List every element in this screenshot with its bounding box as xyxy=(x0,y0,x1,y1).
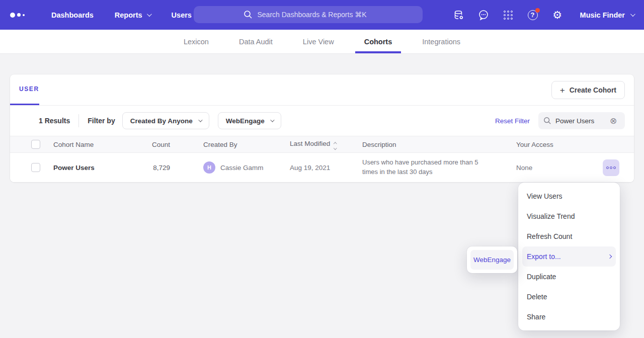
last-modified-label: Last Modified xyxy=(290,140,330,147)
chevron-right-icon xyxy=(608,255,612,259)
tab-data-audit[interactable]: Data Audit xyxy=(230,30,282,53)
search-icon xyxy=(244,10,253,19)
search-icon xyxy=(543,117,551,125)
avatar: H xyxy=(203,161,215,174)
cohort-count: 8,729 xyxy=(127,164,182,172)
data-management-icon-glyph xyxy=(453,9,465,21)
header-checkbox-cell xyxy=(10,140,41,149)
cohort-search-box[interactable]: ⊗ xyxy=(538,112,625,129)
table-row[interactable]: Power Users 8,729 H Cassie Gamm Aug 19, … xyxy=(10,153,634,182)
create-cohort-label: Create Cohort xyxy=(570,86,616,94)
export-submenu: WebEngage xyxy=(467,246,517,273)
access-level: None xyxy=(506,164,603,172)
tab-user-label: USER xyxy=(10,86,39,93)
cohort-search-input[interactable] xyxy=(555,117,606,125)
source-filter-dropdown[interactable]: WebEngage xyxy=(218,112,281,129)
plus-icon: + xyxy=(560,86,565,95)
submenu-item-webengage[interactable]: WebEngage xyxy=(470,250,514,270)
menu-item-visualize-trend[interactable]: Visualize Trend xyxy=(518,206,620,226)
create-cohort-button[interactable]: + Create Cohort xyxy=(551,81,625,99)
nav-item-label: Dashboards xyxy=(51,11,94,19)
section-tabs: Lexicon Data Audit Live View Cohorts Int… xyxy=(0,30,644,53)
chevron-down-icon xyxy=(147,12,152,17)
menu-item-share[interactable]: Share xyxy=(518,307,620,327)
menu-item-duplicate[interactable]: Duplicate xyxy=(518,267,620,287)
mixpanel-logo-icon[interactable] xyxy=(10,13,35,18)
gear-icon-glyph: ⚙ xyxy=(552,10,562,20)
menu-item-view-users[interactable]: View Users xyxy=(518,186,620,206)
global-search-bar[interactable] xyxy=(194,6,423,23)
nav-item-label: Reports xyxy=(115,11,142,19)
tab-user-cohorts[interactable]: USER xyxy=(10,74,39,105)
column-header-name[interactable]: Cohort Name xyxy=(41,141,127,148)
top-nav-right-icons: ? ⚙ Music Finder xyxy=(453,9,634,21)
created-by-filter-value: Created By Anyone xyxy=(130,117,193,125)
results-count: 1 Results xyxy=(39,117,70,125)
cohort-description: Users who have purchased more than 5 tim… xyxy=(362,158,494,177)
created-by-filter-dropdown[interactable]: Created By Anyone xyxy=(122,112,209,129)
data-management-icon[interactable] xyxy=(453,9,465,21)
menu-item-delete[interactable]: Delete xyxy=(518,287,620,307)
cohort-type-strip: USER + Create Cohort xyxy=(10,74,634,106)
chevron-down-icon xyxy=(198,118,202,122)
filter-toolbar: 1 Results Filter by Created By Anyone We… xyxy=(10,106,634,136)
row-context-menu: View Users Visualize Trend Refresh Count… xyxy=(518,183,620,330)
filter-by-label: Filter by xyxy=(88,117,115,125)
creator-name: Cassie Gamm xyxy=(220,164,264,172)
column-header-created-by[interactable]: Created By xyxy=(182,141,290,148)
nav-item-reports[interactable]: Reports xyxy=(115,11,150,19)
top-nav-bar: Dashboards Reports Users xyxy=(0,0,644,30)
chevron-down-icon xyxy=(630,12,635,17)
apps-grid-icon[interactable] xyxy=(502,9,514,21)
menu-item-refresh-count[interactable]: Refresh Count xyxy=(518,226,620,246)
reset-filter-link[interactable]: Reset Filter xyxy=(495,117,530,125)
source-filter-value: WebEngage xyxy=(226,117,265,125)
cohorts-panel: USER + Create Cohort 1 Results Filter by… xyxy=(10,74,634,182)
tab-cohorts[interactable]: Cohorts xyxy=(355,30,401,53)
export-to-label: Export to... xyxy=(527,252,561,261)
help-icon[interactable]: ? xyxy=(527,9,539,21)
row-checkbox-cell xyxy=(10,163,41,172)
divider xyxy=(78,114,79,127)
more-options-button[interactable] xyxy=(603,159,619,176)
column-header-count[interactable]: Count xyxy=(127,141,182,148)
last-modified-date: Aug 19, 2021 xyxy=(290,164,362,172)
column-header-description[interactable]: Description xyxy=(362,141,506,148)
cohort-name[interactable]: Power Users xyxy=(41,164,127,172)
sort-icon[interactable] xyxy=(334,143,337,149)
row-checkbox[interactable] xyxy=(31,163,40,172)
global-search-input[interactable] xyxy=(258,11,373,19)
project-selector[interactable]: Music Finder xyxy=(580,11,634,19)
tab-integrations[interactable]: Integrations xyxy=(413,30,469,53)
chevron-down-icon xyxy=(270,118,274,122)
dot-icon xyxy=(610,166,612,169)
feedback-chat-icon[interactable] xyxy=(477,9,490,21)
apps-grid-icon-glyph xyxy=(504,11,513,20)
select-all-checkbox[interactable] xyxy=(31,140,40,149)
table-header-row: Cohort Name Count Created By Last Modifi… xyxy=(10,136,634,153)
top-nav-links: Dashboards Reports Users xyxy=(51,11,192,19)
menu-item-export-to[interactable]: Export to... xyxy=(522,246,616,267)
notification-badge xyxy=(535,8,540,13)
dot-icon xyxy=(606,166,609,169)
column-header-last-modified[interactable]: Last Modified xyxy=(290,140,362,149)
dot-icon xyxy=(613,166,616,169)
cohort-creator-cell: H Cassie Gamm xyxy=(182,161,290,174)
feedback-chat-icon-glyph xyxy=(477,9,490,21)
nav-item-dashboards[interactable]: Dashboards xyxy=(51,11,94,19)
column-header-access[interactable]: Your Access xyxy=(506,141,603,148)
nav-item-users[interactable]: Users xyxy=(172,11,192,19)
nav-item-label: Users xyxy=(172,11,192,19)
tab-live-view[interactable]: Live View xyxy=(294,30,343,53)
tab-lexicon[interactable]: Lexicon xyxy=(175,30,218,53)
row-actions-cell xyxy=(603,159,634,176)
clear-search-icon[interactable]: ⊗ xyxy=(610,117,617,125)
project-name: Music Finder xyxy=(580,11,625,19)
settings-gear-icon[interactable]: ⚙ xyxy=(551,9,564,21)
